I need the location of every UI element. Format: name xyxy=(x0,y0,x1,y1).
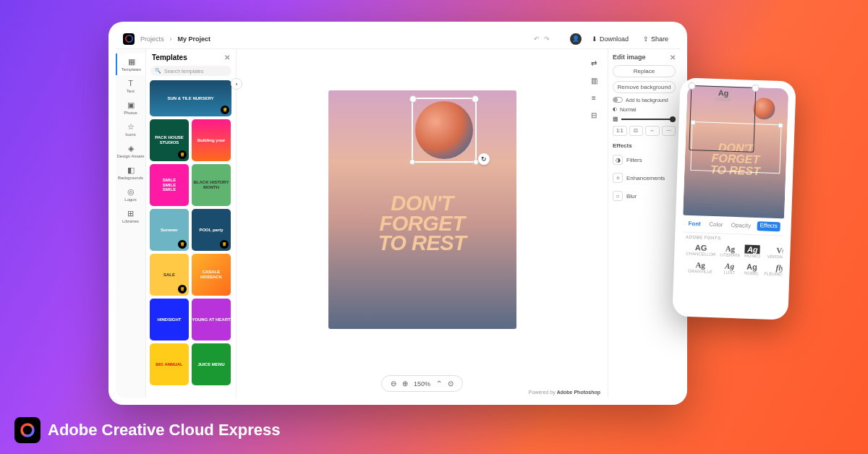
blur-button[interactable]: ○Blur xyxy=(613,189,676,203)
font-grid: AGCHANCELLOR AgLITERATA AgMUSEO VsVERSAI… xyxy=(681,241,783,278)
more-button[interactable]: ⋯ xyxy=(662,126,676,136)
selection-box[interactable] xyxy=(690,121,781,174)
font-option[interactable]: AgLITERATA xyxy=(718,242,742,259)
premium-badge-icon: ♕ xyxy=(178,285,187,294)
close-icon[interactable]: ✕ xyxy=(670,53,676,61)
rail-logos[interactable]: ◎Logos xyxy=(116,184,145,205)
search-icon: 🔍 xyxy=(155,68,161,74)
download-button[interactable]: ⬇Download xyxy=(587,34,633,44)
edit-panel-title: Edit image xyxy=(613,53,646,61)
avatar[interactable]: 👤 xyxy=(570,33,582,45)
crop-button[interactable]: ⊡ xyxy=(629,126,644,136)
rail-backgrounds[interactable]: ◧Backgrounds xyxy=(116,162,145,184)
search-input[interactable]: 🔍Search templates xyxy=(150,66,231,76)
align-icon[interactable]: ≡ xyxy=(587,91,600,104)
font-option[interactable]: AGCHANCELLOR xyxy=(684,241,718,259)
adjust-icon[interactable]: ⊟ xyxy=(587,108,600,121)
swap-icon[interactable]: ⇄ xyxy=(587,56,600,69)
phone-canvas[interactable]: DON'T FORGET TO REST xyxy=(683,85,788,219)
blur-icon: ○ xyxy=(613,191,623,201)
brand-logo-icon xyxy=(14,417,41,443)
rail-icons[interactable]: ☆Icons xyxy=(116,119,145,140)
redo-icon[interactable]: ↷ xyxy=(544,35,550,43)
topbar: Projects › My Project ↶ ↷ 👤 ⬇Download ⇪S… xyxy=(116,29,680,49)
font-option[interactable]: VsVERSAILLES xyxy=(763,244,788,261)
replace-button[interactable]: Replace xyxy=(613,65,676,77)
tab-effects[interactable]: Effects xyxy=(757,221,780,231)
assets-icon: ◈ xyxy=(127,144,135,153)
blend-mode-select[interactable]: ◐Normal xyxy=(613,106,676,112)
template-card[interactable]: PACK HOUSE STUDIOS♕ xyxy=(150,119,189,161)
orb-image[interactable] xyxy=(415,101,473,159)
svg-point-0 xyxy=(22,424,33,436)
libraries-icon: ⊞ xyxy=(127,209,135,218)
tab-color[interactable]: Color xyxy=(707,220,726,230)
effects-heading: Effects xyxy=(613,142,676,149)
remove-background-button[interactable]: Remove background xyxy=(613,81,676,93)
rail-design-assets[interactable]: ◈Design Assets xyxy=(116,140,145,162)
opacity-slider[interactable]: ▩ xyxy=(613,116,676,122)
app-window: Projects › My Project ↶ ↷ 👤 ⬇Download ⇪S… xyxy=(116,29,680,398)
poster-text[interactable]: DON'T FORGET TO REST xyxy=(378,194,467,254)
chevron-up-icon[interactable]: ⌃ xyxy=(436,380,442,387)
font-option[interactable]: AgGRANVILLE xyxy=(684,259,717,276)
download-icon: ⬇ xyxy=(592,35,597,43)
rail-text[interactable]: TText xyxy=(116,75,145,97)
context-toolbar: ⇄ ▥ ≡ ⊟ xyxy=(587,56,600,121)
phone-frame: DON'T FORGET TO REST Font Color Opacity … xyxy=(672,77,796,320)
brand-name: Adobe Creative Cloud Express xyxy=(48,421,281,440)
filters-button[interactable]: ◑Filters xyxy=(613,153,676,167)
orb-image xyxy=(753,98,775,120)
breadcrumb-current[interactable]: My Project xyxy=(178,35,211,43)
aspect-button[interactable]: 1:1 xyxy=(613,126,627,136)
left-rail: ▦Templates TText ▣Photos ☆Icons ◈Design … xyxy=(116,49,146,398)
share-icon: ⇪ xyxy=(643,35,649,43)
template-card[interactable]: CASALE HOSSACK xyxy=(192,254,231,296)
premium-badge-icon: ♕ xyxy=(178,150,187,159)
zoom-out-icon[interactable]: ⊖ xyxy=(391,380,396,387)
template-card[interactable]: JUICE MENU xyxy=(192,343,231,385)
zoom-in-icon[interactable]: ⊕ xyxy=(402,380,408,387)
add-to-background-toggle[interactable]: Add to background xyxy=(613,97,676,103)
template-card[interactable]: YOUNG AT HEART xyxy=(192,299,231,340)
brand-footer: Adobe Creative Cloud Express xyxy=(14,417,281,443)
template-card[interactable]: SALE♕ xyxy=(150,254,189,296)
text-icon: T xyxy=(127,79,135,87)
powered-by: Powered by Adobe Photoshop xyxy=(529,390,600,395)
undo-icon[interactable]: ↶ xyxy=(534,35,540,43)
tab-opacity[interactable]: Opacity xyxy=(729,220,754,231)
template-card[interactable]: SUN & TILE NURSERY♕ xyxy=(150,80,231,116)
poster-canvas[interactable]: ↻ DON'T FORGET TO REST xyxy=(328,90,516,329)
enhancements-button[interactable]: ✧Enhancements xyxy=(613,171,676,185)
breadcrumb-root[interactable]: Projects xyxy=(140,35,164,43)
layers-icon[interactable]: ▥ xyxy=(587,74,600,87)
rotate-reset-icon[interactable]: ↻ xyxy=(478,153,490,165)
template-card[interactable]: SMILESMILESMILE xyxy=(150,164,189,206)
share-button[interactable]: ⇪Share xyxy=(639,34,673,44)
template-card[interactable]: Building your xyxy=(192,119,231,161)
template-card[interactable]: HINDSIGHT xyxy=(150,299,189,340)
fit-icon[interactable]: ⊙ xyxy=(448,380,454,387)
font-option[interactable]: AgLUST xyxy=(718,260,741,276)
expand-panel-icon[interactable]: › xyxy=(231,78,242,90)
close-icon[interactable]: ✕ xyxy=(224,53,230,61)
template-card[interactable]: BLACK HISTORY MONTH xyxy=(192,164,231,206)
zoom-level[interactable]: 150% xyxy=(414,380,430,387)
tab-font[interactable]: Font xyxy=(686,219,703,229)
panel-title: Templates xyxy=(152,53,187,61)
rail-photos[interactable]: ▣Photos xyxy=(116,97,145,119)
zoom-control: ⊖ ⊕ 150% ⌃ ⊙ xyxy=(381,375,463,392)
font-option[interactable]: AgMUSEO xyxy=(743,243,762,260)
icons-icon: ☆ xyxy=(127,122,135,131)
flip-button[interactable]: ↔ xyxy=(645,126,660,136)
rail-libraries[interactable]: ⊞Libraries xyxy=(116,205,145,227)
blend-icon: ◐ xyxy=(613,106,617,112)
font-option[interactable]: flyFLEURESCENT xyxy=(762,261,788,278)
template-card[interactable]: Summer♕ xyxy=(150,209,189,251)
rail-templates[interactable]: ▦Templates xyxy=(116,53,145,75)
filters-icon: ◑ xyxy=(613,155,623,165)
template-card[interactable]: BIG ANNUAL xyxy=(150,343,189,385)
template-card[interactable]: POOL party♕ xyxy=(192,209,231,251)
opacity-icon: ▩ xyxy=(613,116,618,122)
font-option[interactable]: AgNOBEL xyxy=(742,260,762,277)
